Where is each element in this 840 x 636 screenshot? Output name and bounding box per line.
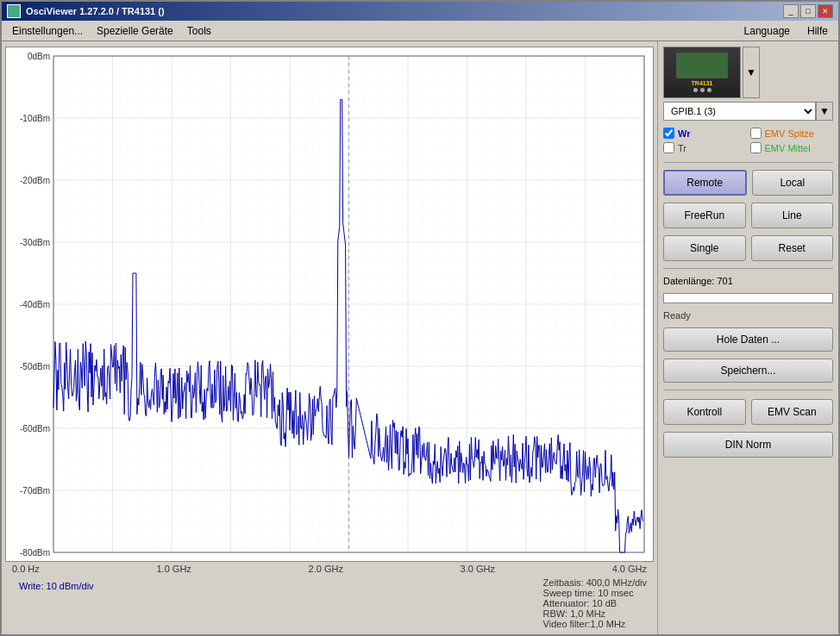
local-button[interactable]: Local [752, 170, 834, 196]
maximize-button[interactable]: □ [800, 4, 816, 18]
x-axis-labels: 0.0 Hz 1.0 GHz 2.0 GHz 3.0 GHz 4.0 GHz [5, 562, 654, 576]
line-button[interactable]: Line [751, 203, 834, 228]
close-button[interactable]: ✕ [818, 4, 833, 18]
sweep-time: Sweep time: 10 msec [543, 588, 647, 598]
checkbox-wr: Wr [663, 128, 747, 139]
title-bar: OsciViewer 1.27.2.0 / TR4131 () _ □ ✕ [2, 2, 838, 21]
knob-1 [693, 88, 698, 92]
remote-button[interactable]: Remote [663, 170, 747, 196]
attenuator: Attenuator: 10 dB [543, 598, 647, 608]
wr-label: Wr [678, 128, 690, 139]
emv-mittel-label: EMV Mittel [765, 143, 811, 153]
chart-container [5, 47, 654, 562]
device-selector: TR4131 ▼ [663, 47, 833, 98]
device-image: TR4131 [663, 47, 741, 98]
emv-mittel-checkbox[interactable] [750, 142, 762, 153]
title-bar-left: OsciViewer 1.27.2.0 / TR4131 () [7, 4, 165, 18]
knob-3 [707, 88, 711, 92]
separator-2 [663, 268, 833, 269]
remote-local-row: Remote Local [663, 170, 833, 196]
hole-daten-button[interactable]: Hole Daten ... [663, 327, 833, 352]
datenlaenge-row: Datenlänge: 701 [663, 274, 833, 288]
video-filter: Video filter:1,0 MHz [543, 619, 647, 629]
chart-info: Write: 10 dBm/div Zeitbasis: 400,0 MHz/d… [5, 576, 654, 631]
x-label-2: 2.0 GHz [309, 564, 343, 574]
device-screen [676, 53, 728, 78]
speichern-button[interactable]: Speichern... [663, 359, 833, 383]
minimize-button[interactable]: _ [783, 4, 799, 18]
wr-checkbox[interactable] [663, 128, 674, 139]
tr-label: Tr [678, 143, 686, 153]
progress-bar [663, 293, 833, 303]
freerun-button[interactable]: FreeRun [663, 203, 746, 228]
chart-info-right: Zeitbasis: 400,0 MHz/div Sweep time: 10 … [543, 577, 647, 629]
kontroll-emvscan-row: Kontroll EMV Scan [663, 399, 833, 425]
spectrum-canvas [6, 47, 653, 561]
device-dropdown-arrow[interactable]: ▼ [743, 47, 760, 98]
device-image-inner: TR4131 [664, 47, 740, 97]
menu-spezielle-geraete[interactable]: Spezielle Geräte [90, 23, 180, 39]
zeitbasis: Zeitbasis: 400,0 MHz/div [543, 577, 647, 588]
checkbox-emv-spitze: EMV Spitze [750, 128, 834, 139]
checkboxes-row: Wr EMV Spitze Tr EMV Mittel [663, 124, 833, 157]
device-label: TR4131 [692, 80, 713, 86]
app-icon [7, 4, 21, 18]
emv-spitze-checkbox[interactable] [750, 128, 762, 139]
status-text: Ready [663, 309, 833, 322]
single-reset-row: Single Reset [663, 235, 833, 261]
gpib-dropdown-arrow[interactable]: ▼ [816, 102, 833, 121]
checkbox-tr: Tr [663, 142, 747, 153]
main-window: OsciViewer 1.27.2.0 / TR4131 () _ □ ✕ Ei… [0, 0, 840, 636]
x-label-1: 1.0 GHz [156, 564, 191, 574]
window-title: OsciViewer 1.27.2.0 / TR4131 () [26, 6, 165, 16]
x-label-0: 0.0 Hz [12, 564, 40, 574]
gpib-select[interactable]: GPIB.1 (3) [663, 102, 816, 121]
chart-area: 0.0 Hz 1.0 GHz 2.0 GHz 3.0 GHz 4.0 GHz W… [2, 41, 657, 634]
kontroll-button[interactable]: Kontroll [663, 399, 746, 425]
menu-language[interactable]: Language [737, 23, 797, 39]
main-content: 0.0 Hz 1.0 GHz 2.0 GHz 3.0 GHz 4.0 GHz W… [2, 41, 838, 634]
right-panel: TR4131 ▼ GPIB.1 (3) ▼ [657, 41, 838, 634]
menu-einstellungen[interactable]: Einstellungen... [5, 23, 90, 39]
menu-bar: Einstellungen... Spezielle Geräte Tools … [2, 21, 838, 41]
knob-2 [700, 88, 705, 92]
x-label-3: 3.0 GHz [461, 564, 495, 574]
separator-3 [663, 390, 833, 390]
din-norm-button[interactable]: DIN Norm [663, 432, 833, 458]
write-label: Write: 10 dBm/div [12, 577, 101, 629]
menu-tools[interactable]: Tools [180, 23, 218, 39]
emv-scan-button[interactable]: EMV Scan [751, 399, 834, 425]
separator-1 [663, 162, 833, 163]
single-button[interactable]: Single [663, 235, 746, 261]
reset-button[interactable]: Reset [751, 235, 834, 261]
freerun-line-row: FreeRun Line [663, 203, 833, 228]
device-knobs [693, 88, 711, 92]
datenlaenge-label: Datenlänge: [663, 276, 714, 286]
datenlaenge-value: 701 [717, 276, 732, 286]
title-bar-buttons: _ □ ✕ [783, 4, 833, 18]
menu-right: Language Hilfe [737, 23, 835, 39]
tr-checkbox[interactable] [663, 142, 674, 153]
checkbox-emv-mittel: EMV Mittel [750, 142, 834, 153]
gpib-row: GPIB.1 (3) ▼ [663, 102, 833, 121]
rbw: RBW: 1,0 MHz [543, 608, 647, 619]
menu-hilfe[interactable]: Hilfe [800, 23, 835, 39]
emv-spitze-label: EMV Spitze [765, 128, 814, 139]
x-label-4: 4.0 GHz [612, 564, 647, 574]
